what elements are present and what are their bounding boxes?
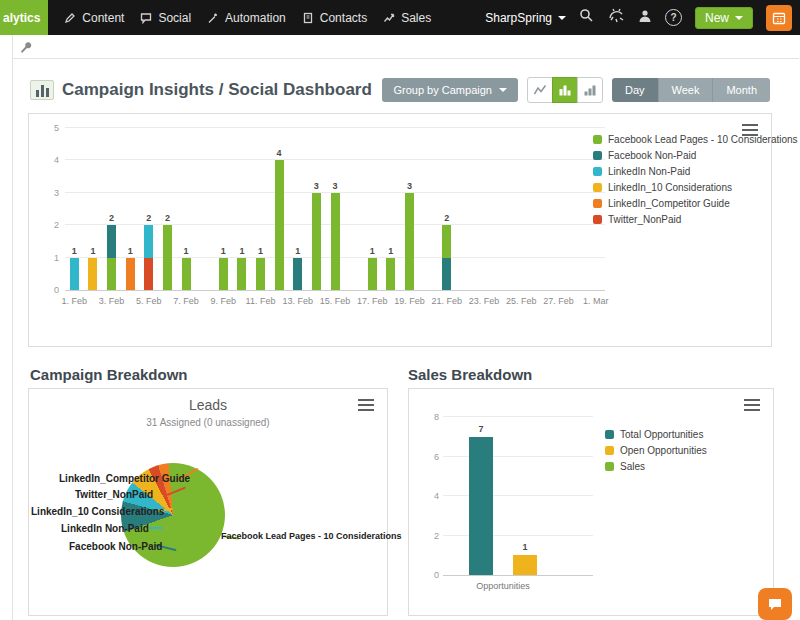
- bar-segment[interactable]: [368, 258, 377, 290]
- account-menu[interactable]: SharpSpring: [485, 11, 566, 25]
- legend-item[interactable]: Facebook Lead Pages - 10 Considerations: [593, 134, 798, 145]
- user-button[interactable]: [638, 9, 652, 27]
- bar-segment[interactable]: [144, 225, 153, 257]
- bar-segment[interactable]: [405, 193, 414, 290]
- nav-item-label: Sales: [401, 11, 431, 25]
- bar-segment[interactable]: [70, 258, 79, 290]
- legend-label: Facebook Lead Pages - 10 Considerations: [608, 134, 798, 145]
- sales-breakdown-chart: 71 Total OpportunitiesOpen Opportunities…: [408, 388, 774, 616]
- legend-item[interactable]: LinkedIn_Competitor Guide: [593, 198, 798, 209]
- calendar-button[interactable]: [766, 5, 792, 31]
- legend-item[interactable]: Open Opportunities: [605, 445, 707, 456]
- chart-menu-button[interactable]: [742, 123, 762, 139]
- bar-segment[interactable]: [107, 258, 116, 290]
- x-axis-category-label: Opportunities: [443, 581, 563, 591]
- bar-segment[interactable]: [442, 258, 451, 290]
- bar[interactable]: [513, 555, 537, 575]
- page-title: Campaign Insights / Social Dashboard: [62, 80, 372, 100]
- y-tick-label: 2: [37, 220, 59, 230]
- trend-arrow-icon: [383, 12, 395, 24]
- bar-segment[interactable]: [126, 258, 135, 290]
- chat-widget-button[interactable]: [758, 588, 792, 620]
- gridline: [443, 416, 593, 417]
- bar-segment[interactable]: [88, 258, 97, 290]
- bar-segment[interactable]: [331, 193, 340, 290]
- stacked-bars-icon: [583, 83, 597, 97]
- range-week-button[interactable]: Week: [659, 78, 714, 102]
- legend-label: LinkedIn_Competitor Guide: [608, 198, 730, 209]
- nav-item-social[interactable]: Social: [140, 11, 191, 25]
- sharpspring-logo-button[interactable]: [607, 8, 625, 27]
- legend-item[interactable]: Twitter_NonPaid: [593, 214, 798, 225]
- nav-item-content[interactable]: Content: [64, 11, 124, 25]
- bar-segment[interactable]: [182, 258, 191, 290]
- pencil-icon: [64, 12, 76, 24]
- bar-chart-view-button[interactable]: [552, 77, 578, 103]
- legend-item[interactable]: LinkedIn Non-Paid: [593, 166, 798, 177]
- x-tick-label: 1. Mar: [571, 296, 621, 306]
- new-button[interactable]: New: [695, 7, 753, 29]
- chart-controls: Group by Campaign Day Week Month: [382, 77, 770, 103]
- bar-segment[interactable]: [163, 225, 172, 290]
- bar-value-label: 2: [102, 213, 122, 223]
- legend-label: Open Opportunities: [620, 445, 707, 456]
- bar-value-label: 1: [362, 246, 382, 256]
- legend-item[interactable]: Sales: [605, 461, 707, 472]
- gridline: [443, 535, 593, 536]
- bar-segment[interactable]: [312, 193, 321, 290]
- gridline: [443, 456, 593, 457]
- user-icon: [638, 9, 652, 23]
- hamburger-icon: [744, 399, 760, 401]
- bar-segment[interactable]: [275, 160, 284, 290]
- caret-down-icon: [558, 16, 566, 20]
- search-button[interactable]: [579, 8, 594, 27]
- caret-down-icon: [735, 16, 743, 20]
- help-button[interactable]: ?: [665, 9, 682, 26]
- tools-toggle[interactable]: [20, 41, 33, 59]
- y-tick-label: 0: [37, 285, 59, 295]
- bar-segment[interactable]: [144, 258, 153, 290]
- range-month-button[interactable]: Month: [713, 78, 770, 102]
- nav-item-contacts[interactable]: Contacts: [302, 11, 367, 25]
- legend-swatch: [593, 167, 602, 176]
- legend-swatch: [605, 462, 614, 471]
- chat-icon: [767, 596, 783, 612]
- bar-value-label: 1: [251, 246, 271, 256]
- stacked-chart-view-button[interactable]: [577, 77, 603, 103]
- bar-value-label: 2: [437, 213, 457, 223]
- gridline: [443, 495, 593, 496]
- legend-item[interactable]: LinkedIn_10 Considerations: [593, 182, 798, 193]
- leader-line: [149, 527, 163, 529]
- wrench-icon: [20, 42, 33, 55]
- nav-tab-analytics-label: alytics: [3, 11, 40, 25]
- bar-segment[interactable]: [256, 258, 265, 290]
- chart-plot-area: 71: [443, 417, 593, 576]
- pie-title: Leads: [29, 397, 387, 413]
- bar-segment[interactable]: [219, 258, 228, 290]
- legend-item[interactable]: Total Opportunities: [605, 429, 707, 440]
- help-icon: ?: [665, 9, 682, 26]
- nav-item-automation[interactable]: Automation: [207, 11, 286, 25]
- group-by-label: Group by Campaign: [393, 84, 491, 96]
- legend-item[interactable]: Facebook Non-Paid: [593, 150, 798, 161]
- bar-segment[interactable]: [386, 258, 395, 290]
- bar-segment[interactable]: [237, 258, 246, 290]
- bar[interactable]: [469, 437, 493, 575]
- line-chart-view-button[interactable]: [527, 77, 553, 103]
- bar-value-label: 2: [139, 213, 159, 223]
- nav-item-label: Content: [82, 11, 124, 25]
- campaign-insights-chart: 112122111141331132 Facebook Lead Pages -…: [28, 113, 772, 347]
- bar-segment[interactable]: [107, 225, 116, 257]
- chart-menu-button[interactable]: [358, 398, 378, 414]
- nav-item-sales[interactable]: Sales: [383, 11, 431, 25]
- group-by-dropdown[interactable]: Group by Campaign: [382, 78, 517, 102]
- bar-segment[interactable]: [293, 258, 302, 290]
- range-day-button[interactable]: Day: [612, 78, 659, 102]
- legend-label: Sales: [620, 461, 645, 472]
- search-icon: [579, 8, 594, 23]
- nav-tab-analytics[interactable]: alytics: [0, 0, 48, 35]
- bar-segment[interactable]: [442, 225, 451, 257]
- chart-menu-button[interactable]: [744, 398, 764, 414]
- chart-plot-area: 112122111141331132: [65, 128, 605, 291]
- bar-value-label: 1: [288, 246, 308, 256]
